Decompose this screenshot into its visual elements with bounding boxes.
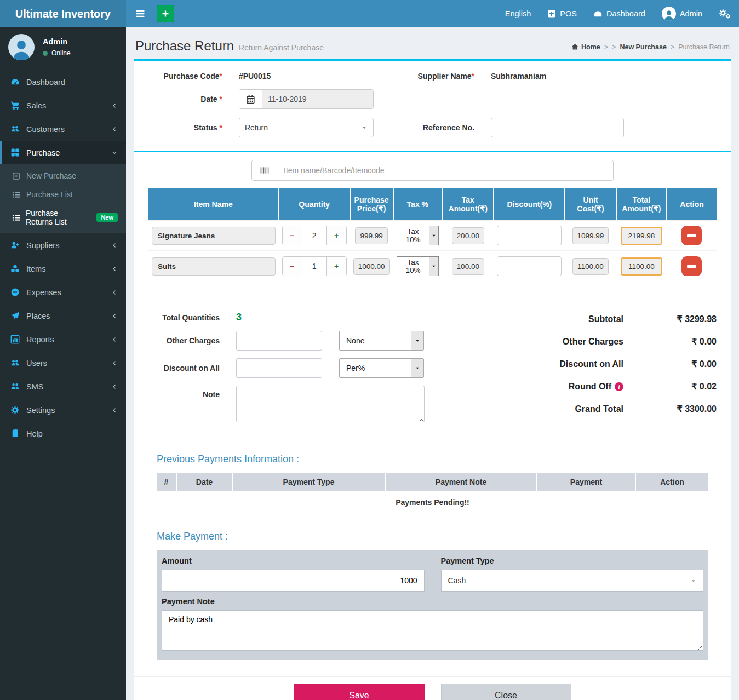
- other-charges-type-select[interactable]: None: [339, 331, 424, 351]
- qty-decrease-button[interactable]: −: [283, 257, 302, 276]
- chevron-left-icon: [111, 313, 118, 319]
- sidebar-item-purchase[interactable]: Purchase: [0, 141, 126, 164]
- navbar-main: English POS Dashboard Admin: [126, 0, 739, 27]
- breadcrumb-separator: >: [671, 43, 674, 51]
- tax-select[interactable]: Tax 10%: [397, 256, 439, 276]
- discount-on-all-input[interactable]: [236, 358, 322, 378]
- col-item-name: Item Name: [148, 188, 279, 220]
- minus-icon: [687, 234, 696, 237]
- status-select[interactable]: Return: [239, 118, 374, 137]
- sidebar-item-sms[interactable]: SMS: [0, 375, 126, 398]
- note-textarea[interactable]: [236, 386, 425, 422]
- col-tax: Tax %: [393, 188, 443, 220]
- content-header: Purchase Return Return Against Purchase …: [134, 36, 731, 59]
- quantity-stepper: − +: [282, 256, 347, 276]
- col-unit-cost: Unit Cost(₹): [565, 188, 616, 220]
- sidebar-user-status: Online: [43, 49, 71, 57]
- amount-input[interactable]: [162, 570, 425, 592]
- payment-type-select[interactable]: Cash: [441, 570, 704, 592]
- caret-down-icon: [429, 226, 438, 245]
- sidebar-user-name: Admin: [43, 37, 71, 46]
- top-navbar: Ultimate Inventory English POS Dashboard…: [0, 0, 739, 27]
- caret-down-icon: [429, 257, 438, 276]
- purchase-price-field: 1000.00: [353, 258, 390, 275]
- pos-link[interactable]: POS: [539, 0, 585, 27]
- dashboard-link[interactable]: Dashboard: [585, 0, 654, 27]
- sidebar-item-expenses[interactable]: Expenses: [0, 280, 126, 304]
- info-icon[interactable]: i: [615, 382, 623, 391]
- sidebar-item-purchase-returns-list[interactable]: Purchase Returns List New: [0, 204, 126, 231]
- plus-square-icon: [547, 9, 556, 18]
- sidebar-item-sales[interactable]: Sales: [0, 94, 126, 117]
- quantity-stepper: − +: [282, 226, 347, 245]
- purchase-code-label: Purchase Code*: [148, 72, 222, 81]
- qty-input[interactable]: [302, 257, 326, 276]
- payment-note-textarea[interactable]: Paid by cash: [162, 610, 703, 651]
- dashboard-icon: [593, 9, 603, 19]
- sidebar-item-users[interactable]: Users: [0, 351, 126, 375]
- settings-gears-button[interactable]: [711, 0, 739, 27]
- sidebar: Admin Online Dashboard Sales Customers: [0, 27, 126, 700]
- col-discount: Discount(%): [494, 188, 565, 220]
- qty-input[interactable]: [302, 226, 326, 245]
- total-amount-field: 2199.98: [621, 227, 662, 245]
- brand-logo[interactable]: Ultimate Inventory: [0, 0, 126, 27]
- qty-increase-button[interactable]: +: [326, 257, 346, 276]
- col-action: Action: [635, 473, 708, 492]
- sidebar-item-purchase-list[interactable]: Purchase List: [0, 185, 126, 204]
- grand-total-label: Grand Total: [486, 404, 623, 414]
- breadcrumb-new-purchase[interactable]: New Purchase: [620, 43, 666, 51]
- sidebar-item-customers[interactable]: Customers: [0, 117, 126, 141]
- discount-input[interactable]: [497, 226, 562, 245]
- calendar-icon: [239, 90, 262, 108]
- user-menu[interactable]: Admin: [654, 0, 711, 27]
- summary-section: Total Quantities 3 Other Charges None: [134, 296, 731, 450]
- sidebar-item-new-purchase[interactable]: New Purchase: [0, 167, 126, 185]
- quick-add-button[interactable]: [157, 5, 174, 22]
- reference-input[interactable]: [491, 118, 624, 137]
- gears-icon: [719, 9, 731, 19]
- subtotal-value: ₹ 3299.98: [623, 314, 717, 324]
- save-button[interactable]: Save: [294, 684, 425, 700]
- breadcrumb-home[interactable]: Home: [571, 43, 600, 51]
- date-input[interactable]: [262, 90, 373, 108]
- remove-item-button[interactable]: [681, 256, 702, 276]
- language-menu[interactable]: English: [497, 0, 540, 27]
- sidebar-item-help[interactable]: Help: [0, 422, 126, 445]
- qty-decrease-button[interactable]: −: [283, 226, 302, 245]
- note-label: Note: [148, 386, 220, 399]
- make-payment-panel: Amount Payment Type Cash P: [157, 550, 708, 660]
- chevron-left-icon: [111, 242, 118, 249]
- purchase-code-value: #PU0015: [239, 72, 374, 81]
- remove-item-button[interactable]: [681, 226, 702, 245]
- sidebar-item-items[interactable]: Items: [0, 257, 126, 280]
- sidebar-item-settings[interactable]: Settings: [0, 398, 126, 422]
- close-button[interactable]: Close: [441, 684, 571, 700]
- users-icon: [10, 358, 20, 368]
- hamburger-icon: [135, 8, 146, 19]
- other-charges-input[interactable]: [236, 331, 322, 351]
- sidebar-item-places[interactable]: Places: [0, 304, 126, 328]
- bar-chart-icon: [10, 335, 20, 344]
- list-icon: [12, 214, 20, 222]
- chevron-left-icon: [111, 407, 118, 414]
- round-off-label: Round Off i: [486, 381, 623, 392]
- navbar-right: English POS Dashboard Admin: [497, 0, 739, 27]
- home-icon: [571, 43, 578, 50]
- item-search-input[interactable]: [277, 160, 613, 180]
- discount-type-select[interactable]: Per%: [339, 358, 424, 378]
- purchase-return-box: Purchase Code* #PU0015 Supplier Name* Su…: [134, 59, 731, 700]
- item-search-group: [251, 160, 614, 181]
- chevron-left-icon: [111, 102, 118, 109]
- status-selected-value: Return: [245, 123, 268, 132]
- qty-increase-button[interactable]: +: [326, 226, 346, 245]
- reference-label: Reference No.: [390, 123, 474, 132]
- sidebar-item-suppliers[interactable]: Suppliers: [0, 233, 126, 257]
- sidebar-item-dashboard[interactable]: Dashboard: [0, 70, 126, 94]
- users-icon: [10, 124, 20, 134]
- sidebar-toggle-button[interactable]: [126, 0, 154, 27]
- discount-input[interactable]: [497, 256, 562, 276]
- sidebar-item-reports[interactable]: Reports: [0, 328, 126, 351]
- tax-select[interactable]: Tax 10%: [397, 226, 439, 245]
- list-icon: [12, 191, 21, 199]
